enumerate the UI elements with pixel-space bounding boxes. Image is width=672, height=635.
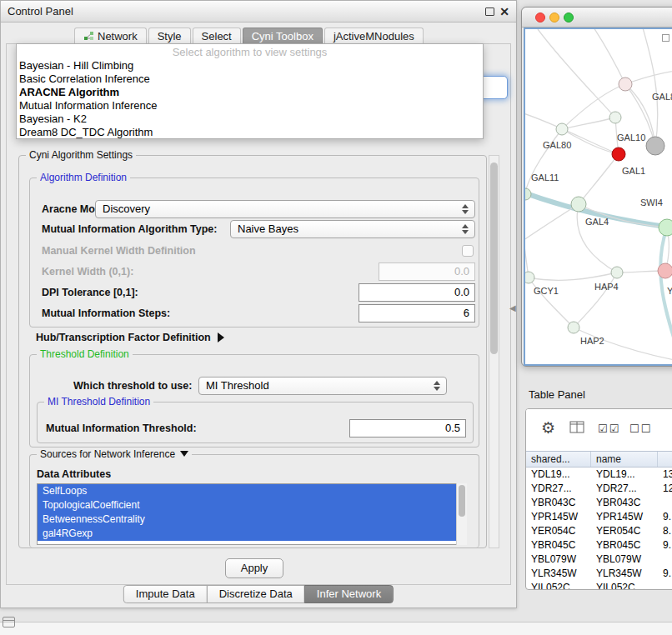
columns-icon[interactable] xyxy=(569,421,584,433)
close-traffic-light[interactable] xyxy=(535,12,545,22)
network-node[interactable] xyxy=(571,197,586,212)
network-node[interactable] xyxy=(568,322,579,333)
scrollbar-thumb[interactable] xyxy=(459,485,465,517)
network-node[interactable] xyxy=(525,272,534,283)
table-cell[interactable]: YBL079W xyxy=(526,552,591,567)
overview-toggle-box[interactable] xyxy=(662,34,669,42)
network-node[interactable] xyxy=(658,263,672,278)
table-row[interactable]: YER054CYER054C8. xyxy=(526,524,672,538)
network-edge[interactable] xyxy=(525,225,529,278)
table-cell[interactable]: 12 xyxy=(658,482,672,496)
network-node[interactable] xyxy=(556,123,568,135)
network-edge[interactable] xyxy=(579,154,619,204)
network-node[interactable] xyxy=(609,112,621,123)
network-edge[interactable] xyxy=(525,204,579,242)
data-attributes-list[interactable]: SelfLoopsTopologicalCoefficientBetweenne… xyxy=(37,483,467,545)
control-panel-titlebar[interactable]: Control Panel ✕ xyxy=(1,1,516,22)
table-cell[interactable]: YLR345W xyxy=(591,567,658,581)
which-threshold-select[interactable]: MI Threshold xyxy=(198,377,447,395)
network-edge[interactable] xyxy=(529,272,617,280)
table-cell[interactable]: YER054C xyxy=(591,524,658,538)
minimize-traffic-light[interactable] xyxy=(549,12,559,22)
algorithm-option[interactable]: Basic Correlation Inference xyxy=(17,72,483,86)
table-row[interactable]: YDL19...YDL19...13 xyxy=(526,468,672,482)
algorithm-option[interactable]: Bayesian - Hill Climbing xyxy=(17,59,483,72)
network-node[interactable] xyxy=(611,267,623,278)
table-cell[interactable]: YDL19... xyxy=(526,468,591,482)
table-cell[interactable]: YBR045C xyxy=(526,538,591,552)
network-edge[interactable] xyxy=(538,29,615,118)
network-canvas[interactable]: GAL8GAL80GAL10GAL11GAL1SWI4GAL4GCY1HAP4Y… xyxy=(524,28,672,366)
network-edge[interactable] xyxy=(562,118,615,129)
mi-threshold-field[interactable]: 0.5 xyxy=(349,419,466,438)
apply-button[interactable]: Apply xyxy=(225,558,283,578)
table-cell[interactable] xyxy=(658,552,672,567)
network-window-titlebar[interactable] xyxy=(522,8,672,28)
attributes-list-scrollbar[interactable] xyxy=(456,483,467,545)
algorithm-option[interactable]: Dream8 DC_TDC Algorithm xyxy=(17,126,483,139)
table-cell[interactable]: YDL19... xyxy=(591,468,658,482)
network-edge[interactable] xyxy=(592,29,625,84)
table-cell[interactable]: 9. xyxy=(658,538,672,552)
tab-impute-data[interactable]: Impute Data xyxy=(123,585,208,603)
minimized-panel-icon[interactable] xyxy=(3,617,15,628)
table-cell[interactable]: YPR145W xyxy=(591,510,658,524)
network-node[interactable] xyxy=(612,148,625,161)
table-cell[interactable]: YER054C xyxy=(526,524,591,538)
table-row[interactable]: YBL079WYBL079W xyxy=(526,552,672,567)
table-row[interactable]: YLR345WYLR345W9. xyxy=(526,567,672,581)
tab-infer-network[interactable]: Infer Network xyxy=(304,585,394,603)
table-row[interactable]: YPR145WYPR145W9. xyxy=(526,510,672,524)
sources-title-toggle[interactable]: Sources for Network Inference xyxy=(37,448,192,461)
table-row[interactable]: YBR045CYBR045C9. xyxy=(526,538,672,552)
table-column-header[interactable]: name xyxy=(591,452,658,467)
attribute-list-item[interactable]: BetweennessCentrality xyxy=(38,512,466,527)
close-icon[interactable]: ✕ xyxy=(499,4,509,19)
table-cell[interactable]: 9. xyxy=(658,567,672,581)
table-cell[interactable]: YIL052C xyxy=(591,581,658,589)
tab-network[interactable]: Network xyxy=(74,28,147,43)
table-cell[interactable]: YLR345W xyxy=(526,567,591,581)
attribute-list-item[interactable]: SelfLoops xyxy=(38,484,466,498)
table-cell[interactable]: YBR045C xyxy=(591,538,658,552)
tab-select[interactable]: Select xyxy=(193,28,241,43)
float-window-icon[interactable] xyxy=(485,8,494,16)
panel-collapse-arrow[interactable]: ◀ xyxy=(509,303,516,312)
table-column-header[interactable] xyxy=(658,452,672,467)
table-row[interactable]: YBR043CYBR043C xyxy=(526,496,672,510)
dpi-tolerance-field[interactable]: 0.0 xyxy=(359,283,475,302)
table-cell[interactable]: 9. xyxy=(658,510,672,524)
table-cell[interactable] xyxy=(658,496,672,510)
network-edge[interactable] xyxy=(529,278,574,328)
table-cell[interactable]: YBR043C xyxy=(591,496,658,510)
kernel-width-field[interactable]: 0.0 xyxy=(379,262,475,281)
settings-scrollbar[interactable] xyxy=(489,155,499,548)
table-cell[interactable]: 8. xyxy=(658,524,672,538)
select-all-checkboxes-icon[interactable]: ☑☑ xyxy=(598,422,620,435)
hub-definition-toggle[interactable]: Hub/Transcription Factor Definition xyxy=(36,329,224,344)
network-node[interactable] xyxy=(646,137,664,155)
mi-type-select[interactable]: Naive Bayes xyxy=(230,220,475,238)
table-row[interactable]: YIL052CYIL052C xyxy=(526,581,672,589)
network-node[interactable] xyxy=(525,188,531,200)
mi-steps-field[interactable]: 6 xyxy=(359,304,475,322)
table-cell[interactable]: YBL079W xyxy=(591,552,658,567)
algorithm-option[interactable]: Bayesian - K2 xyxy=(17,112,483,126)
network-edge[interactable] xyxy=(525,112,619,154)
deselect-all-checkboxes-icon[interactable]: ☐☐ xyxy=(629,422,652,435)
network-edge[interactable] xyxy=(574,272,617,328)
table-cell[interactable]: YIL052C xyxy=(526,581,591,589)
manual-kernel-checkbox[interactable] xyxy=(462,245,474,257)
network-node[interactable] xyxy=(659,219,672,236)
tab-jactivemnodules[interactable]: jActiveMNodules xyxy=(324,28,424,43)
network-edge[interactable] xyxy=(625,69,672,84)
table-cell[interactable]: YDR27... xyxy=(526,482,591,496)
tab-discretize-data[interactable]: Discretize Data xyxy=(207,585,305,603)
attribute-list-item[interactable]: TopologicalCoefficient xyxy=(38,498,466,512)
table-row[interactable]: YDR27...YDR27...12 xyxy=(526,482,672,496)
gear-icon[interactable]: ⚙ xyxy=(541,419,555,438)
table-column-header[interactable]: shared... xyxy=(526,452,591,467)
attribute-list-item[interactable]: gal4RGexp xyxy=(38,527,466,541)
scrollbar-thumb[interactable] xyxy=(490,162,498,354)
tab-cyni-toolbox[interactable]: Cyni Toolbox xyxy=(243,28,323,43)
